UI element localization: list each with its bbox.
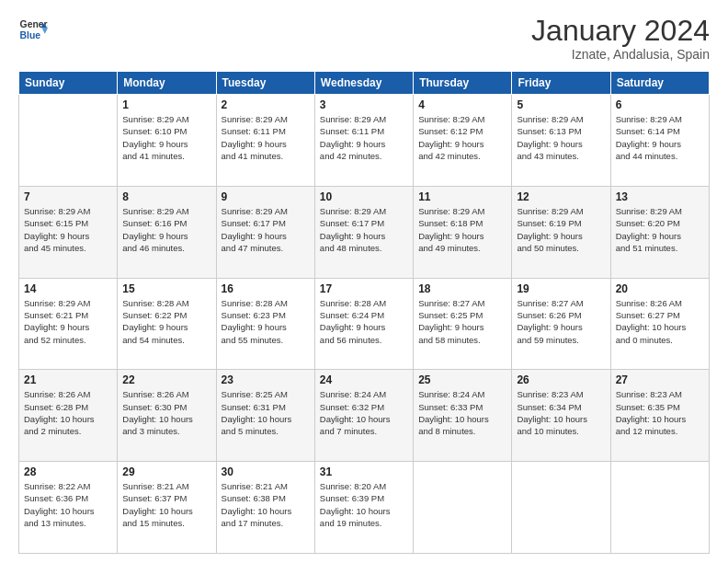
title-block: January 2024 Iznate, Andalusia, Spain — [531, 15, 710, 62]
day-number: 15 — [122, 282, 210, 295]
day-info: Sunrise: 8:29 AMSunset: 6:10 PMDaylight:… — [122, 113, 210, 162]
day-number: 31 — [320, 465, 408, 478]
calendar-cell: 27Sunrise: 8:23 AMSunset: 6:35 PMDayligh… — [610, 370, 709, 462]
day-number: 26 — [517, 373, 605, 386]
day-number: 13 — [616, 190, 704, 203]
day-info: Sunrise: 8:29 AMSunset: 6:17 PMDaylight:… — [222, 205, 310, 254]
day-info: Sunrise: 8:29 AMSunset: 6:11 PMDaylight:… — [320, 113, 408, 162]
day-info: Sunrise: 8:25 AMSunset: 6:31 PMDaylight:… — [222, 388, 310, 437]
day-info: Sunrise: 8:29 AMSunset: 6:18 PMDaylight:… — [418, 205, 506, 254]
day-number: 16 — [222, 282, 310, 295]
day-number: 29 — [122, 465, 210, 478]
day-info: Sunrise: 8:27 AMSunset: 6:26 PMDaylight:… — [517, 297, 605, 346]
calendar-cell: 15Sunrise: 8:28 AMSunset: 6:22 PMDayligh… — [118, 278, 216, 370]
calendar-cell: 2Sunrise: 8:29 AMSunset: 6:11 PMDaylight… — [216, 95, 314, 187]
calendar-cell: 8Sunrise: 8:29 AMSunset: 6:16 PMDaylight… — [118, 186, 216, 278]
day-number: 18 — [418, 282, 506, 295]
calendar-cell: 21Sunrise: 8:26 AMSunset: 6:28 PMDayligh… — [19, 370, 118, 462]
day-number: 12 — [517, 190, 605, 203]
weekday-header-sunday: Sunday — [19, 72, 118, 95]
day-number: 21 — [24, 373, 112, 386]
week-row-1: 1Sunrise: 8:29 AMSunset: 6:10 PMDaylight… — [19, 95, 710, 187]
calendar-cell: 31Sunrise: 8:20 AMSunset: 6:39 PMDayligh… — [314, 462, 413, 554]
calendar-cell — [610, 462, 709, 554]
day-number: 2 — [222, 98, 310, 111]
day-info: Sunrise: 8:29 AMSunset: 6:12 PMDaylight:… — [418, 113, 506, 162]
week-row-4: 21Sunrise: 8:26 AMSunset: 6:28 PMDayligh… — [19, 370, 710, 462]
calendar-cell: 17Sunrise: 8:28 AMSunset: 6:24 PMDayligh… — [314, 278, 413, 370]
calendar-cell: 10Sunrise: 8:29 AMSunset: 6:17 PMDayligh… — [314, 186, 413, 278]
day-number: 24 — [320, 373, 408, 386]
day-info: Sunrise: 8:28 AMSunset: 6:22 PMDaylight:… — [122, 297, 210, 346]
day-number: 28 — [24, 465, 112, 478]
calendar-cell: 30Sunrise: 8:21 AMSunset: 6:38 PMDayligh… — [216, 462, 314, 554]
day-info: Sunrise: 8:29 AMSunset: 6:20 PMDaylight:… — [616, 205, 704, 254]
day-number: 27 — [616, 373, 704, 386]
day-info: Sunrise: 8:26 AMSunset: 6:28 PMDaylight:… — [24, 388, 112, 437]
header: General Blue January 2024 Iznate, Andalu… — [18, 15, 710, 62]
weekday-header-thursday: Thursday — [414, 72, 512, 95]
day-number: 1 — [122, 98, 210, 111]
calendar-cell: 22Sunrise: 8:26 AMSunset: 6:30 PMDayligh… — [118, 370, 216, 462]
svg-marker-3 — [42, 28, 48, 33]
page: General Blue January 2024 Iznate, Andalu… — [0, 0, 728, 563]
calendar-cell: 29Sunrise: 8:21 AMSunset: 6:37 PMDayligh… — [118, 462, 216, 554]
calendar-cell: 19Sunrise: 8:27 AMSunset: 6:26 PMDayligh… — [512, 278, 610, 370]
calendar-cell: 26Sunrise: 8:23 AMSunset: 6:34 PMDayligh… — [512, 370, 610, 462]
week-row-5: 28Sunrise: 8:22 AMSunset: 6:36 PMDayligh… — [19, 462, 710, 554]
day-info: Sunrise: 8:29 AMSunset: 6:15 PMDaylight:… — [24, 205, 112, 254]
calendar-cell — [414, 462, 512, 554]
weekday-header-friday: Friday — [512, 72, 610, 95]
day-number: 19 — [517, 282, 605, 295]
calendar-cell: 14Sunrise: 8:29 AMSunset: 6:21 PMDayligh… — [19, 278, 118, 370]
day-number: 22 — [122, 373, 210, 386]
day-number: 17 — [320, 282, 408, 295]
day-number: 8 — [122, 190, 210, 203]
day-number: 5 — [517, 98, 605, 111]
subtitle: Iznate, Andalusia, Spain — [531, 47, 710, 62]
calendar-cell: 3Sunrise: 8:29 AMSunset: 6:11 PMDaylight… — [314, 95, 413, 187]
week-row-3: 14Sunrise: 8:29 AMSunset: 6:21 PMDayligh… — [19, 278, 710, 370]
day-info: Sunrise: 8:22 AMSunset: 6:36 PMDaylight:… — [24, 480, 112, 529]
day-info: Sunrise: 8:24 AMSunset: 6:32 PMDaylight:… — [320, 388, 408, 437]
day-info: Sunrise: 8:29 AMSunset: 6:21 PMDaylight:… — [24, 297, 112, 346]
svg-text:Blue: Blue — [20, 30, 41, 40]
day-info: Sunrise: 8:29 AMSunset: 6:14 PMDaylight:… — [616, 113, 704, 162]
day-number: 10 — [320, 190, 408, 203]
day-number: 25 — [418, 373, 506, 386]
calendar-cell: 13Sunrise: 8:29 AMSunset: 6:20 PMDayligh… — [610, 186, 709, 278]
day-info: Sunrise: 8:23 AMSunset: 6:35 PMDaylight:… — [616, 388, 704, 437]
weekday-header-wednesday: Wednesday — [314, 72, 413, 95]
day-info: Sunrise: 8:21 AMSunset: 6:38 PMDaylight:… — [222, 480, 310, 529]
day-info: Sunrise: 8:29 AMSunset: 6:13 PMDaylight:… — [517, 113, 605, 162]
day-number: 9 — [222, 190, 310, 203]
day-info: Sunrise: 8:28 AMSunset: 6:24 PMDaylight:… — [320, 297, 408, 346]
day-info: Sunrise: 8:28 AMSunset: 6:23 PMDaylight:… — [222, 297, 310, 346]
weekday-header-row: SundayMondayTuesdayWednesdayThursdayFrid… — [19, 72, 710, 95]
day-number: 7 — [24, 190, 112, 203]
calendar-cell: 28Sunrise: 8:22 AMSunset: 6:36 PMDayligh… — [19, 462, 118, 554]
day-info: Sunrise: 8:29 AMSunset: 6:17 PMDaylight:… — [320, 205, 408, 254]
day-info: Sunrise: 8:29 AMSunset: 6:11 PMDaylight:… — [222, 113, 310, 162]
weekday-header-saturday: Saturday — [610, 72, 709, 95]
week-row-2: 7Sunrise: 8:29 AMSunset: 6:15 PMDaylight… — [19, 186, 710, 278]
day-info: Sunrise: 8:26 AMSunset: 6:27 PMDaylight:… — [616, 297, 704, 346]
calendar-cell: 9Sunrise: 8:29 AMSunset: 6:17 PMDaylight… — [216, 186, 314, 278]
day-info: Sunrise: 8:26 AMSunset: 6:30 PMDaylight:… — [122, 388, 210, 437]
calendar-cell: 6Sunrise: 8:29 AMSunset: 6:14 PMDaylight… — [610, 95, 709, 187]
calendar-cell: 16Sunrise: 8:28 AMSunset: 6:23 PMDayligh… — [216, 278, 314, 370]
calendar-cell: 5Sunrise: 8:29 AMSunset: 6:13 PMDaylight… — [512, 95, 610, 187]
day-number: 14 — [24, 282, 112, 295]
calendar-cell: 24Sunrise: 8:24 AMSunset: 6:32 PMDayligh… — [314, 370, 413, 462]
day-info: Sunrise: 8:24 AMSunset: 6:33 PMDaylight:… — [418, 388, 506, 437]
calendar-cell: 4Sunrise: 8:29 AMSunset: 6:12 PMDaylight… — [414, 95, 512, 187]
day-info: Sunrise: 8:27 AMSunset: 6:25 PMDaylight:… — [418, 297, 506, 346]
calendar-cell: 12Sunrise: 8:29 AMSunset: 6:19 PMDayligh… — [512, 186, 610, 278]
day-number: 11 — [418, 190, 506, 203]
day-number: 30 — [222, 465, 310, 478]
day-info: Sunrise: 8:20 AMSunset: 6:39 PMDaylight:… — [320, 480, 408, 529]
day-number: 23 — [222, 373, 310, 386]
weekday-header-monday: Monday — [118, 72, 216, 95]
day-info: Sunrise: 8:23 AMSunset: 6:34 PMDaylight:… — [517, 388, 605, 437]
calendar-cell: 18Sunrise: 8:27 AMSunset: 6:25 PMDayligh… — [414, 278, 512, 370]
